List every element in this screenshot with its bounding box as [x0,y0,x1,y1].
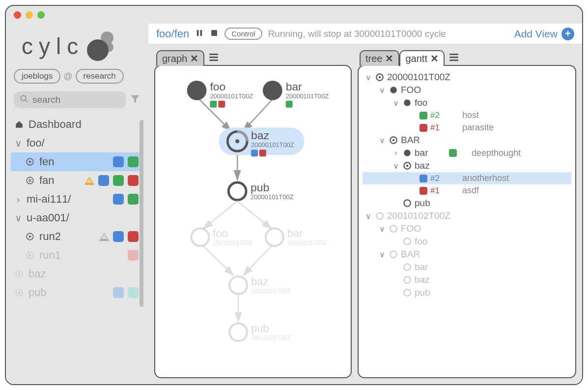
close-icon[interactable]: ✕ [385,53,393,64]
tree-task-bar[interactable]: › bar deepthought [363,147,571,159]
graph-panel: foo 20000101T00Z bar 20000101T00Z [154,65,352,378]
succeeded-icon [403,149,412,157]
svg-line-40 [243,246,272,275]
nav-miai-label: mi-ai111/ [27,193,71,206]
tree-cyclepoint-1[interactable]: ∨ 20000101T00Z [363,71,571,84]
window-close-button[interactable] [14,11,21,19]
nav-run1[interactable]: run1 [11,246,143,265]
tree-job-baz-2[interactable]: #2 anotherhost [363,172,571,184]
svg-point-67 [390,251,397,258]
tab-tree[interactable]: tree ✕ [360,50,399,66]
nav-fan[interactable]: fan [11,171,143,190]
tab-gantt[interactable]: gantt ✕ [399,50,444,66]
workflow-name[interactable]: foo/fen [156,28,189,40]
tree-task-baz-2[interactable]: baz [363,273,571,286]
stop-button[interactable] [210,29,219,39]
scrollbar-thumb[interactable] [140,120,143,307]
filter-icon[interactable] [130,93,140,106]
nav-run1-label: run1 [39,249,61,262]
svg-point-66 [404,238,411,245]
job-number: #2 [430,111,440,120]
svg-rect-32 [251,150,258,156]
nav-fen[interactable]: fen [11,152,143,171]
nav-pub[interactable]: pub [11,283,143,302]
tab-graph[interactable]: graph ✕ [156,50,204,66]
tree-job-foo-2[interactable]: #2 host [363,109,571,121]
pause-button[interactable] [195,29,204,39]
search-row [14,91,140,108]
waiting-icon [403,275,412,284]
hamburger-icon[interactable] [209,54,218,63]
svg-rect-14 [200,30,202,36]
status-chip-teal [128,287,139,298]
nav-dashboard[interactable]: Dashboard [11,115,143,134]
workflow-toolbar: foo/fen Control Running, will stop at 30… [148,24,582,44]
home-icon [14,120,25,129]
svg-point-65 [390,225,397,232]
control-button[interactable]: Control [224,28,262,40]
svg-text:20010101T00Z: 20010101T00Z [287,240,327,246]
add-view-label: Add View [514,28,558,40]
svg-point-24 [263,81,282,100]
graph-node-baz-cycle2[interactable]: baz 20010101T00Z [229,275,291,295]
nav-foo[interactable]: ∨ foo/ [11,134,143,152]
status-chip-blue [113,194,124,205]
tab-graph-label: graph [162,53,187,64]
workflow-graph[interactable]: foo 20000101T00Z bar 20000101T00Z [155,66,351,377]
nav-baz[interactable]: baz [11,265,143,283]
svg-rect-15 [211,30,217,36]
svg-rect-33 [259,150,266,156]
close-icon[interactable]: ✕ [430,53,439,64]
nav-miai[interactable]: › mi-ai111/ [11,190,143,209]
graph-node-bar[interactable]: bar 20000101T00Z [263,80,329,108]
tree-task-pub[interactable]: pub [363,197,571,210]
graph-node-pub-cycle2[interactable]: pub 20010101T00Z [229,322,291,341]
running-icon [375,73,384,82]
svg-point-48 [229,276,247,294]
tree-label: BAR [401,135,420,146]
tree-family-foo-2[interactable]: ∨ FOO [363,222,571,235]
search-box[interactable] [14,91,126,108]
chevron-down-icon: ∨ [378,86,386,95]
waiting-icon [403,288,412,297]
tree-family-foo[interactable]: ∨ FOO [363,84,571,96]
hamburger-icon[interactable] [449,54,458,63]
user-pill[interactable]: joeblogs [14,69,60,84]
tree-task-foo-2[interactable]: foo [363,235,571,248]
nav-uaa[interactable]: ∨ u-aa001/ [11,209,143,227]
svg-rect-22 [210,101,217,108]
server-pill[interactable]: research [76,69,124,84]
tree-family-bar-2[interactable]: ∨ BAR [363,248,571,261]
tree-task-baz[interactable]: ∨ baz [363,159,571,172]
tree-family-bar[interactable]: ∨ BAR [363,134,571,147]
tree-cyclepoint-2[interactable]: ∨ 20010102T00Z [363,210,571,222]
graph-node-pub[interactable]: pub 20000101T00Z [228,181,294,201]
chevron-down-icon: ∨ [378,136,386,145]
tree-label: bar [415,148,434,158]
job-host: parasite [462,122,494,133]
search-input[interactable] [32,94,120,105]
tree-job-foo-1[interactable]: #1 parasite [363,121,571,134]
status-chip-green [128,156,139,167]
nav-run2[interactable]: run2 [11,227,143,246]
graph-node-foo-cycle2[interactable]: foo 20010101T00Z [192,227,253,246]
window-maximize-button[interactable] [37,11,45,19]
tree-label: 20010102T00Z [387,210,450,221]
nav-baz-label: baz [28,268,46,280]
play-circle-icon [25,157,35,166]
status-chip-green [113,175,124,186]
svg-point-63 [404,200,411,207]
tree-task-pub-2[interactable]: pub [363,286,571,299]
stop-circle-icon [14,288,25,297]
graph-node-foo[interactable]: foo 20000101T00Z [187,80,253,108]
tree-job-baz-1[interactable]: #1 asdf [363,184,571,197]
close-icon[interactable]: ✕ [190,53,198,64]
window-titlebar [6,6,582,24]
svg-point-55 [379,76,381,79]
tree-task-bar-2[interactable]: bar [363,261,571,273]
graph-node-bar-cycle2[interactable]: bar 20010101T00Z [266,227,327,246]
add-view-button[interactable]: Add View + [514,28,574,40]
tree-task-foo[interactable]: ∨ foo [363,96,571,109]
window-minimize-button[interactable] [26,11,33,19]
waiting-icon [403,237,412,246]
